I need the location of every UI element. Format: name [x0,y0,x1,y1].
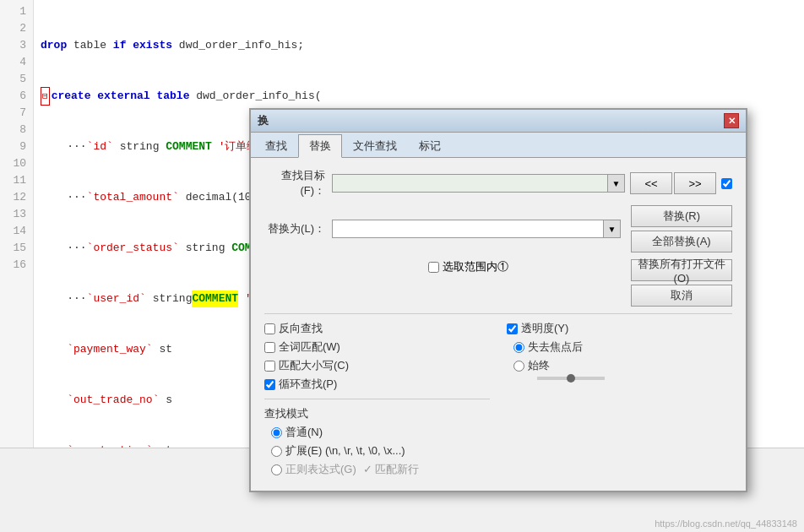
options-right: 透明度(Y) 失去焦点后 始终 [490,321,732,480]
mode-normal-radio[interactable] [271,427,282,438]
replace-dialog: 换 ✕ 查找 替换 文件查找 标记 查找目标(F)： ▼ << >> [249,108,747,492]
line-numbers: 1 2 3 4 5 6 7 8 9 10 11 12 13 14 15 16 [0,0,34,448]
mode-normal-row: 普通(N) [271,425,490,440]
options-left: 反向查找 全词匹配(W) 匹配大小写(C) 循环查找(P) [264,321,490,480]
transparency-unfocus-row: 失去焦点后 [513,339,732,355]
dialog-close-button[interactable]: ✕ [724,113,739,128]
mode-extend-radio[interactable] [271,446,282,457]
mode-regex-row: 正则表达式(G) ✓ 匹配新行 [271,462,490,477]
replace-input-wrap: ▼ [332,220,621,238]
transparency-slider-wrap [507,377,732,380]
search-mode-group: 普通(N) 扩展(E) (\n, \r, \t, \0, \x...) 正则表达… [264,425,490,477]
reverse-find-row: 反向查找 [264,321,490,336]
select-range-label: 选取范围内① [443,259,508,274]
replace-input[interactable] [332,220,604,238]
mode-extend-label: 扩展(E) (\n, \r, \t, \0, \x...) [285,443,405,459]
whole-word-checkbox[interactable] [264,342,275,353]
slider-thumb [567,374,575,383]
match-case-checkbox[interactable] [264,361,275,372]
loop-find-row: 循环查找(P) [264,377,490,392]
transparency-slider[interactable] [537,377,605,380]
replace-button[interactable]: 替换(R) [631,205,732,227]
dialog-title: 换 [258,113,269,128]
find-input-wrap: ▼ [332,174,625,193]
separator-1 [264,313,732,314]
find-row: 查找目标(F)： ▼ << >> [264,168,732,198]
dialog-body: 查找目标(F)： ▼ << >> 替换为(L)： ▼ [251,158,746,491]
transparency-always-radio[interactable] [513,361,524,372]
reverse-find-checkbox[interactable] [264,323,275,334]
action-buttons: 替换(R) 全部替换(A) [631,205,732,252]
separator-2 [264,399,490,399]
transparency-checkbox[interactable] [507,323,518,334]
find-label: 查找目标(F)： [264,168,332,198]
transparency-mode-group: 失去焦点后 始终 [507,339,732,373]
extra-action-buttons: 替换所有打开文件(O) 取消 [631,259,732,307]
whole-word-row: 全词匹配(W) [264,339,490,355]
replace-all-open-button[interactable]: 替换所有打开文件(O) [631,259,732,281]
match-newline-label: ✓ 匹配新行 [363,462,420,477]
match-case-label: 匹配大小写(C) [279,358,349,373]
tab-find[interactable]: 查找 [254,134,298,157]
tab-replace[interactable]: 替换 [298,134,342,158]
transparency-unfocus-label: 失去焦点后 [528,339,583,355]
replace-row: 替换为(L)： ▼ 替换(R) 全部替换(A) [264,205,732,252]
transparency-row: 透明度(Y) [507,321,732,336]
match-case-row: 匹配大小写(C) [264,358,490,373]
mode-regex-radio[interactable] [271,464,282,475]
mode-extend-row: 扩展(E) (\n, \r, \t, \0, \x...) [271,443,490,459]
code-line-2: ⊟create external table dwd_order_info_hi… [41,88,797,105]
select-range-checkbox[interactable] [428,262,439,273]
find-dropdown-btn[interactable]: ▼ [608,174,625,193]
option-checkbox[interactable] [721,178,732,189]
reverse-find-label: 反向查找 [279,321,323,336]
replace-label: 替换为(L)： [264,221,332,236]
transparency-unfocus-radio[interactable] [513,342,524,353]
search-mode-title: 查找模式 [264,406,490,421]
mode-normal-label: 普通(N) [285,425,323,440]
dialog-tabs: 查找 替换 文件查找 标记 [251,133,746,158]
code-line-1: drop table if exists dwd_order_info_his; [41,37,797,54]
cancel-button[interactable]: 取消 [631,285,732,307]
next-button[interactable]: >> [674,172,716,194]
options-area: 反向查找 全词匹配(W) 匹配大小写(C) 循环查找(P) [264,321,732,480]
loop-find-label: 循环查找(P) [279,377,337,392]
tab-file-find[interactable]: 文件查找 [342,134,408,157]
watermark: https://blog.csdn.net/qq_44833148 [655,518,797,529]
replace-dropdown-btn[interactable]: ▼ [604,220,621,238]
transparency-label: 透明度(Y) [521,321,568,336]
prev-button[interactable]: << [630,172,672,194]
replace-all-button[interactable]: 全部替换(A) [631,231,732,252]
tab-mark[interactable]: 标记 [408,134,452,157]
nav-buttons: << >> [630,172,732,194]
range-checkbox-row: 选取范围内① [428,259,631,274]
transparency-always-row: 始终 [513,358,732,373]
dialog-titlebar: 换 ✕ [251,110,746,133]
find-input[interactable] [332,174,608,193]
whole-word-label: 全词匹配(W) [279,339,340,355]
mode-regex-label: 正则表达式(G) [285,462,356,477]
loop-find-checkbox[interactable] [264,379,275,390]
transparency-always-label: 始终 [528,358,550,373]
